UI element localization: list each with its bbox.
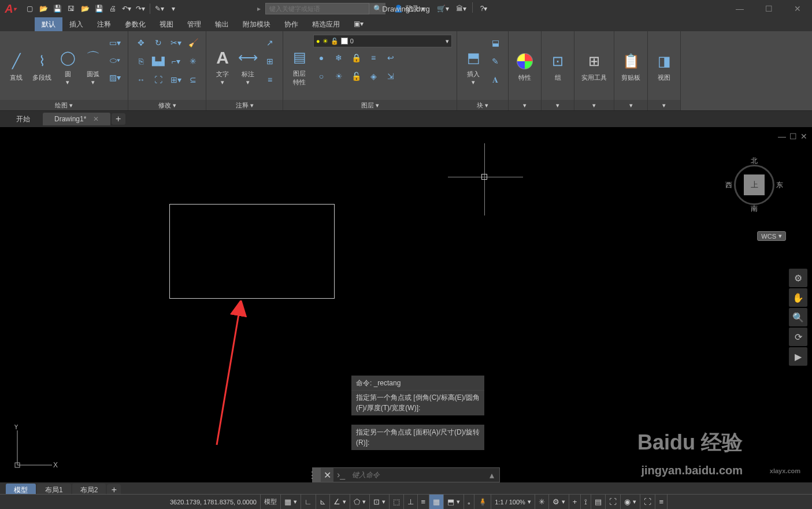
view-button[interactable]: ◨视图 xyxy=(652,35,676,96)
panel-draw-title[interactable]: 绘图▾ xyxy=(0,100,128,110)
cleanscreen-toggle[interactable]: ⛶ xyxy=(640,495,655,509)
layer-match-icon[interactable]: ≡ xyxy=(365,50,381,66)
stretch-icon[interactable]: ↔ xyxy=(133,72,149,88)
group-button[interactable]: ⊡组 xyxy=(546,35,569,96)
new-icon[interactable]: ▢ xyxy=(23,2,36,15)
panel-group-title[interactable]: ▾ xyxy=(542,100,574,110)
layer-freeze-icon[interactable]: ❄ xyxy=(331,50,347,66)
cmd-grip-icon[interactable]: ⋮⋮ xyxy=(313,468,321,482)
layer-off-icon[interactable]: ● xyxy=(313,50,329,66)
drawing-tab[interactable]: Drawing1* ✕ xyxy=(43,113,110,125)
block-edit-icon[interactable]: ✎ xyxy=(487,53,503,69)
ellipse-icon[interactable]: ⬭▾ xyxy=(107,52,123,68)
viewcube-south[interactable]: 南 xyxy=(751,204,758,214)
vp-close-icon[interactable]: ✕ xyxy=(800,132,807,141)
line-button[interactable]: ╱直线 xyxy=(5,35,28,96)
viewcube-top[interactable]: 上 xyxy=(744,174,765,195)
table-icon[interactable]: ⊞ xyxy=(262,53,278,69)
panel-annot-title[interactable]: 注释▾ xyxy=(206,100,283,110)
layer-props-button[interactable]: ▤图层 特性 xyxy=(288,35,311,96)
fullnav-icon[interactable]: ⚙ xyxy=(789,269,807,287)
tab-view[interactable]: 视图 xyxy=(153,17,180,31)
print-icon[interactable]: 🖨 xyxy=(106,2,119,15)
panel-view-title[interactable]: ▾ xyxy=(648,100,680,110)
properties-button[interactable]: 特性 xyxy=(513,35,536,96)
app-logo[interactable]: A▾ xyxy=(0,0,21,17)
hatch-icon[interactable]: ▨▾ xyxy=(107,69,123,86)
lwt-toggle[interactable]: ≡ xyxy=(418,495,430,509)
tab-insert[interactable]: 插入 xyxy=(62,17,90,31)
units-toggle[interactable]: ⟟ xyxy=(581,495,591,509)
clipboard-button[interactable]: 📋剪贴板 xyxy=(619,35,643,96)
dimension-button[interactable]: ⟷标注▾ xyxy=(236,35,259,96)
qat-more-icon[interactable]: ▾ xyxy=(167,2,180,15)
workspace-icon[interactable]: ✎▾ xyxy=(153,2,166,15)
block-attr-icon[interactable]: 𝐀 xyxy=(487,72,503,88)
cmd-prompt-icon[interactable]: ›_ xyxy=(333,468,348,482)
app-store-icon[interactable]: 🏛▾ xyxy=(452,2,470,15)
rotate-icon[interactable]: ↻ xyxy=(150,35,166,51)
transparency-toggle[interactable]: ▦ xyxy=(429,495,444,509)
cloud-save-icon[interactable]: 💾 xyxy=(92,2,105,15)
layer-iso-icon[interactable]: ◈ xyxy=(365,68,381,84)
text-button[interactable]: A文字▾ xyxy=(211,35,234,96)
mirror-icon[interactable]: ▙▟ xyxy=(150,53,166,69)
anno-scale[interactable]: 1:1 / 100%▾ xyxy=(491,495,535,509)
selcycle-toggle[interactable]: ⬒▾ xyxy=(444,495,464,509)
tab-annotate[interactable]: 注释 xyxy=(90,17,118,31)
leader-icon[interactable]: ↗ xyxy=(262,35,278,51)
mtext-icon[interactable]: ≡ xyxy=(262,72,278,88)
panel-clip-title[interactable]: ▾ xyxy=(614,100,647,110)
layer-prevstate-icon[interactable]: ↩ xyxy=(383,50,399,66)
cloud-open-icon[interactable]: 📂 xyxy=(79,2,91,15)
search-input[interactable] xyxy=(265,3,369,14)
vp-maximize-icon[interactable]: ☐ xyxy=(789,132,797,141)
polyline-button[interactable]: ⌇多段线 xyxy=(30,35,54,96)
tab-collab[interactable]: 协作 xyxy=(277,17,305,31)
panel-props-title[interactable]: ▾ xyxy=(509,100,541,110)
coords-display[interactable]: 3620.1739, 1781.8375, 0.0000 xyxy=(166,495,261,509)
rectangle-icon[interactable]: ▭▾ xyxy=(107,35,123,51)
viewcube[interactable]: 上 北 南 东 西 xyxy=(725,156,783,214)
panel-utils-title[interactable]: ▾ xyxy=(574,100,614,110)
scale-icon[interactable]: ⛶ xyxy=(150,72,166,88)
layer-unlock-icon[interactable]: 🔓 xyxy=(348,68,364,84)
new-doc-button[interactable]: + xyxy=(112,113,125,125)
orbit-icon[interactable]: ⟳ xyxy=(789,328,807,346)
tab-expand-icon[interactable]: ▣▾ xyxy=(347,17,370,31)
erase-icon[interactable]: 🧹 xyxy=(185,35,201,51)
cmd-recent-icon[interactable]: ▴ xyxy=(484,468,499,482)
trim-icon[interactable]: ✂▾ xyxy=(168,35,184,51)
annomonitor-toggle[interactable]: + xyxy=(569,495,581,509)
workspace-switch[interactable]: ⚙▾ xyxy=(549,495,569,509)
layer-thaw-icon[interactable]: ☀ xyxy=(331,68,347,84)
offset-icon[interactable]: ⊆ xyxy=(185,72,201,88)
viewcube-east[interactable]: 东 xyxy=(776,180,783,190)
osnap-toggle[interactable]: ⊡▾ xyxy=(370,495,390,509)
array-icon[interactable]: ⊞▾ xyxy=(168,72,184,88)
redo-icon[interactable]: ↷▾ xyxy=(134,2,147,15)
command-input[interactable] xyxy=(348,468,484,482)
isodraft-toggle[interactable]: ⬠▾ xyxy=(350,495,370,509)
utils-button[interactable]: ⊞实用工具 xyxy=(579,35,609,96)
copy-icon[interactable]: ⎘ xyxy=(133,53,149,69)
anno-viz-toggle[interactable]: ✳ xyxy=(535,495,549,509)
circle-button[interactable]: ◯圆▾ xyxy=(56,35,79,96)
otrack-toggle[interactable]: ⊥ xyxy=(404,495,418,509)
explode-icon[interactable]: ✳ xyxy=(185,53,201,69)
ortho-toggle[interactable]: ⊾ xyxy=(316,495,330,509)
block-create-icon[interactable]: ⬓ xyxy=(487,35,503,51)
viewcube-north[interactable]: 北 xyxy=(751,156,758,166)
snapmode-toggle[interactable]: ∟ xyxy=(301,495,316,509)
close-button[interactable]: ✕ xyxy=(783,0,812,17)
minimize-button[interactable]: — xyxy=(725,0,754,17)
wcs-badge[interactable]: WCS▾ xyxy=(757,231,786,241)
tab-output[interactable]: 输出 xyxy=(208,17,236,31)
customize-toggle[interactable]: ≡ xyxy=(655,495,668,509)
isolate-toggle[interactable]: ◉▾ xyxy=(621,495,640,509)
tab-manage[interactable]: 管理 xyxy=(180,17,208,31)
help-icon[interactable]: ?▾ xyxy=(474,2,493,15)
save-icon[interactable]: 💾 xyxy=(51,2,64,15)
undo-icon[interactable]: ↶▾ xyxy=(120,2,133,15)
layer-lock-icon[interactable]: 🔒 xyxy=(348,50,364,66)
